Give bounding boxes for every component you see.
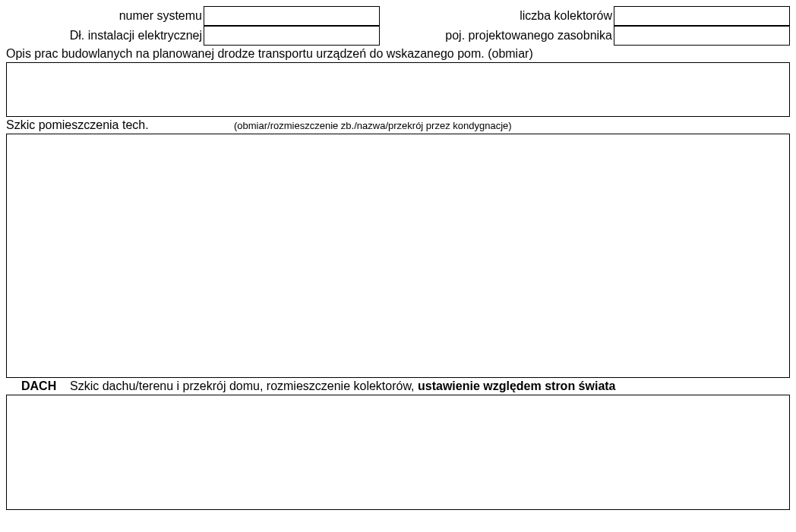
hint-szkic-pomieszczenia: (obmiar/rozmieszczenie zb./nazwa/przekró… — [234, 120, 512, 131]
field-liczba-kolektorow[interactable] — [614, 6, 790, 26]
field-numer-systemu[interactable] — [204, 6, 380, 26]
box-szkic-pomieszczenia[interactable] — [6, 134, 790, 378]
row-dl-instalacji: Dł. instalacji elektrycznej poj. projekt… — [6, 26, 790, 46]
heading-szkic-pomieszczenia: Szkic pomieszczenia tech. (obmiar/rozmie… — [6, 117, 790, 134]
box-dach[interactable] — [6, 395, 790, 510]
label-dl-instalacji: Dł. instalacji elektrycznej — [6, 29, 204, 42]
heading-dach: DACH Szkic dachu/terenu i przekrój domu,… — [6, 378, 790, 395]
desc-dach: Szkic dachu/terenu i przekrój domu, rozm… — [70, 379, 418, 392]
box-opis-prac[interactable] — [6, 62, 790, 117]
label-dach: DACH — [21, 379, 56, 392]
desc-dach-bold: ustawienie względem stron świata — [418, 379, 616, 392]
field-poj-zasobnika[interactable] — [614, 26, 790, 46]
heading-opis-prac: Opis prac budowlanych na planowanej drod… — [6, 46, 790, 62]
label-liczba-kolektorow: liczba kolektorów — [380, 9, 614, 23]
field-dl-instalacji[interactable] — [204, 26, 380, 46]
title-szkic-pomieszczenia: Szkic pomieszczenia tech. — [6, 118, 234, 132]
label-poj-zasobnika: poj. projektowanego zasobnika — [380, 29, 614, 42]
label-numer-systemu: numer systemu — [6, 9, 204, 23]
row-numer-systemu: numer systemu liczba kolektorów — [6, 6, 790, 26]
